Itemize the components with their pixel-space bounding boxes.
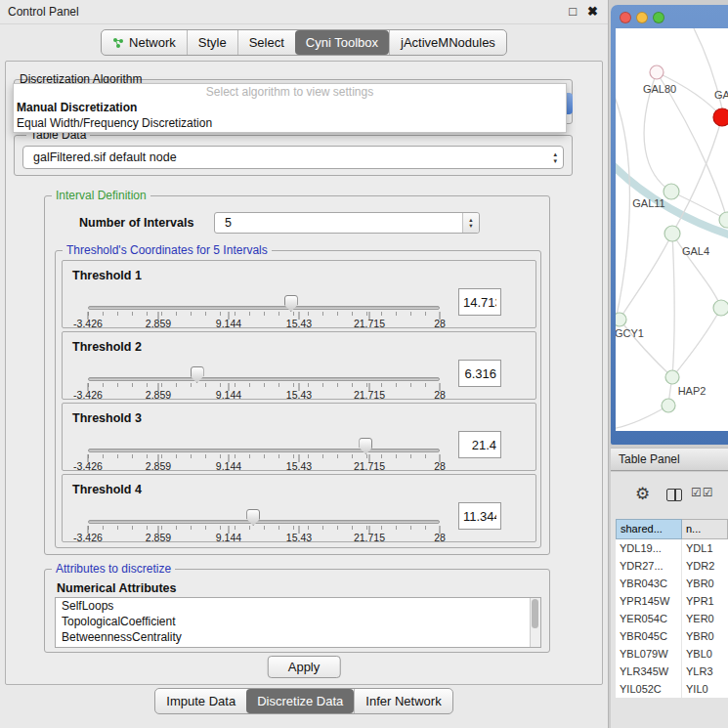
scale-label: 2.859 xyxy=(146,318,171,329)
network-node[interactable] xyxy=(719,212,728,228)
table-row[interactable]: YLR345WYLR3 xyxy=(616,663,728,680)
threshold-panel: Threshold 1 -3.4262.8599.14415.4321.7152… xyxy=(62,260,536,328)
node-label: GAL80 xyxy=(643,83,676,95)
attribute-items: SelfLoopsTopologicalCoefficientBetweenne… xyxy=(56,598,540,645)
network-view-window: GAL80 GAL11 GAL4 GCY1 HAP2 GA xyxy=(611,5,728,445)
slider-track[interactable] xyxy=(88,449,440,452)
columns-icon[interactable] xyxy=(666,489,682,501)
network-node[interactable] xyxy=(713,300,728,316)
tab-cyni-toolbox[interactable]: Cyni Toolbox xyxy=(295,30,389,55)
scale-label: 15.43 xyxy=(286,460,312,472)
scale-label: 9.144 xyxy=(216,460,241,472)
table-row[interactable]: YPR145WYPR1 xyxy=(616,592,728,610)
table-row[interactable]: YIL052CYIL0 xyxy=(616,680,728,698)
table-toolbar: ⚙ ☑☑ xyxy=(611,472,728,519)
tab-network[interactable]: Network xyxy=(102,30,187,55)
column-header-shared-name[interactable]: shared... xyxy=(616,519,682,539)
table-cell: YDR27... xyxy=(616,557,682,575)
minimize-button[interactable] xyxy=(636,12,648,23)
close-icon[interactable]: ✖ xyxy=(587,4,598,19)
table-row[interactable]: YDR27...YDR2 xyxy=(616,557,728,575)
tab-label: Select xyxy=(249,35,284,50)
table-cell: YBR043C xyxy=(616,575,682,592)
network-node[interactable] xyxy=(616,313,626,326)
table-data-combobox[interactable]: galFiltered.sif default node ▴▾ xyxy=(22,146,564,169)
slider-track[interactable] xyxy=(88,377,440,381)
table-cell: YBR0 xyxy=(682,627,728,645)
tab-jactivemnodules[interactable]: jActiveMNodules xyxy=(389,30,506,55)
table-cell: YBL079W xyxy=(616,645,682,663)
tab-discretize-data[interactable]: Discretize Data xyxy=(246,689,354,713)
attributes-group: Attributes to discretize Numerical Attri… xyxy=(44,569,550,653)
interval-definition-title: Interval Definition xyxy=(52,189,150,202)
threshold-slider[interactable]: -3.4262.8599.14415.4321.71528 xyxy=(88,475,440,543)
scrollbar-thumb[interactable] xyxy=(532,599,538,628)
attribute-list-item[interactable]: SelfLoops xyxy=(56,598,540,614)
slider-track[interactable] xyxy=(88,520,440,524)
table-row[interactable]: YBR043CYBR0 xyxy=(616,575,728,592)
bottom-tabstrip: Impute Data Discretize Data Infer Networ… xyxy=(154,688,452,714)
scale-label: 21.715 xyxy=(354,460,385,472)
table-cell: YIL0 xyxy=(682,680,728,698)
scale-label: 2.859 xyxy=(146,460,171,472)
column-header-name[interactable]: n... xyxy=(682,519,728,539)
number-of-intervals-spinner[interactable]: 5 ▴▾ xyxy=(214,212,480,234)
float-window-icon[interactable]: □ xyxy=(569,4,577,19)
tab-label: jActiveMNodules xyxy=(401,35,495,50)
settings-gear-icon[interactable]: ⚙ xyxy=(635,484,650,504)
table-data-group: Table Data galFiltered.sif default node … xyxy=(14,135,573,176)
control-panel-titlebar: Control Panel □ ✖ xyxy=(0,0,608,24)
close-button[interactable] xyxy=(620,12,631,23)
network-node-red[interactable] xyxy=(713,108,728,126)
tab-select[interactable]: Select xyxy=(237,30,295,55)
apply-button[interactable]: Apply xyxy=(268,656,341,678)
scale-label: -3.426 xyxy=(73,389,103,401)
network-node[interactable] xyxy=(665,370,679,384)
attribute-list-item[interactable]: BetweennessCentrality xyxy=(56,629,540,645)
table-row[interactable]: YDL19...YDL1 xyxy=(616,539,728,557)
table-cell: YPR145W xyxy=(616,592,682,610)
table-panel: ⚙ ☑☑ shared... n... YDL19...YDL1YDR27...… xyxy=(611,472,728,728)
threshold-value-field[interactable] xyxy=(458,360,501,387)
slider-track[interactable] xyxy=(88,306,440,310)
tab-infer-network[interactable]: Infer Network xyxy=(354,689,451,713)
tab-label: Impute Data xyxy=(166,694,236,708)
network-node[interactable] xyxy=(650,65,664,79)
table-cell: YBR0 xyxy=(682,575,728,592)
table-cell: YER054C xyxy=(616,610,682,627)
threshold-value-field[interactable] xyxy=(458,502,501,530)
network-node[interactable] xyxy=(664,226,680,241)
scale-label: 2.859 xyxy=(146,532,171,543)
threshold-value-field[interactable] xyxy=(458,288,501,316)
numerical-attributes-label: Numerical Attributes xyxy=(57,581,176,595)
dropdown-option-equal-width-frequency[interactable]: Equal Width/Frequency Discretization xyxy=(14,115,566,131)
network-canvas[interactable]: GAL80 GAL11 GAL4 GCY1 HAP2 GA xyxy=(616,28,728,431)
slider-scale: -3.4262.8599.14415.4321.71528 xyxy=(88,460,440,472)
network-node[interactable] xyxy=(662,399,675,412)
bottom-tabbar: Impute Data Discretize Data Infer Networ… xyxy=(0,688,608,714)
table-row[interactable]: YBL079WYBL0 xyxy=(616,645,728,663)
scale-label: 9.144 xyxy=(216,389,241,401)
tab-label: Network xyxy=(129,35,176,50)
table-row[interactable]: YER054CYER0 xyxy=(616,610,728,627)
table-cell: YDL1 xyxy=(682,539,728,557)
tab-label: Style xyxy=(198,35,227,50)
tab-style[interactable]: Style xyxy=(187,30,237,55)
dropdown-option-manual-discretization[interactable]: Manual Discretization xyxy=(14,100,566,115)
threshold-slider[interactable]: -3.4262.8599.14415.4321.71528 xyxy=(88,332,440,401)
checkbox-icons[interactable]: ☑☑ xyxy=(691,486,714,499)
list-scrollbar[interactable] xyxy=(530,598,540,647)
threshold-value-field[interactable] xyxy=(458,431,501,458)
table-row[interactable]: YBR045CYBR0 xyxy=(616,627,728,645)
tab-impute-data[interactable]: Impute Data xyxy=(155,689,246,713)
number-of-intervals-label: Number of Intervals xyxy=(79,216,193,230)
scale-label: 15.43 xyxy=(286,532,312,543)
threshold-slider[interactable]: -3.4262.8599.14415.4321.71528 xyxy=(88,404,440,472)
threshold-slider[interactable]: -3.4262.8599.14415.4321.71528 xyxy=(88,261,440,329)
interval-definition-group: Interval Definition Number of Intervals … xyxy=(44,195,550,555)
network-node[interactable] xyxy=(664,184,679,199)
attribute-list-item[interactable]: TopologicalCoefficient xyxy=(56,614,540,629)
numerical-attributes-list[interactable]: SelfLoopsTopologicalCoefficientBetweenne… xyxy=(55,597,541,648)
zoom-button[interactable] xyxy=(653,12,664,23)
spinner-arrows-icon[interactable]: ▴▾ xyxy=(462,213,479,233)
